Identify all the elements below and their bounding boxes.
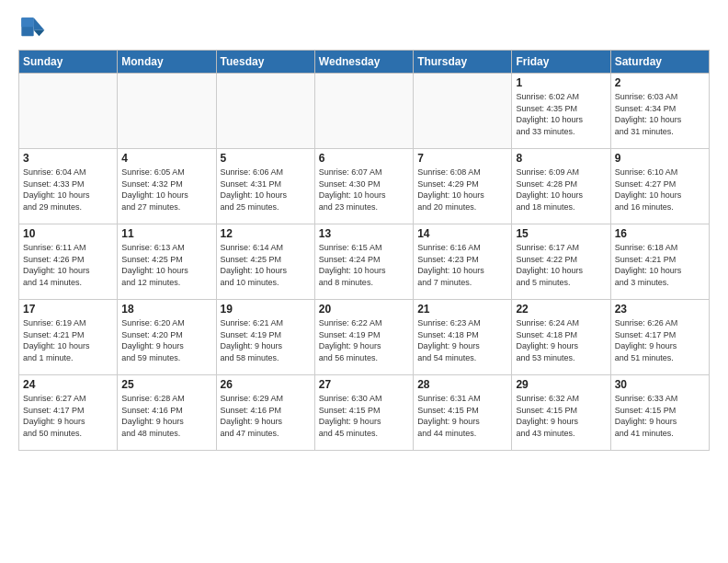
calendar-cell bbox=[414, 74, 512, 149]
day-number: 19 bbox=[221, 303, 311, 316]
day-number: 23 bbox=[615, 303, 705, 316]
calendar-header: SundayMondayTuesdayWednesdayThursdayFrid… bbox=[19, 51, 710, 74]
calendar-week-5: 24Sunrise: 6:27 AM Sunset: 4:17 PM Dayli… bbox=[19, 375, 710, 451]
day-info: Sunrise: 6:04 AM Sunset: 4:33 PM Dayligh… bbox=[23, 167, 113, 213]
day-info: Sunrise: 6:03 AM Sunset: 4:34 PM Dayligh… bbox=[615, 91, 705, 137]
calendar-cell: 1Sunrise: 6:02 AM Sunset: 4:35 PM Daylig… bbox=[512, 74, 610, 149]
day-info: Sunrise: 6:19 AM Sunset: 4:21 PM Dayligh… bbox=[23, 317, 113, 363]
day-info: Sunrise: 6:21 AM Sunset: 4:19 PM Dayligh… bbox=[221, 317, 311, 363]
calendar-cell: 5Sunrise: 6:06 AM Sunset: 4:31 PM Daylig… bbox=[216, 149, 314, 224]
calendar-week-1: 1Sunrise: 6:02 AM Sunset: 4:35 PM Daylig… bbox=[19, 74, 710, 149]
day-info: Sunrise: 6:11 AM Sunset: 4:26 PM Dayligh… bbox=[23, 242, 113, 288]
day-info: Sunrise: 6:14 AM Sunset: 4:25 PM Dayligh… bbox=[221, 242, 311, 288]
day-number: 15 bbox=[516, 227, 606, 240]
day-number: 27 bbox=[319, 378, 409, 391]
day-number: 8 bbox=[516, 152, 606, 165]
day-info: Sunrise: 6:02 AM Sunset: 4:35 PM Dayligh… bbox=[516, 91, 606, 137]
page: SundayMondayTuesdayWednesdayThursdayFrid… bbox=[0, 0, 728, 563]
calendar-week-4: 17Sunrise: 6:19 AM Sunset: 4:21 PM Dayli… bbox=[19, 300, 710, 375]
day-number: 4 bbox=[121, 152, 211, 165]
calendar-cell: 3Sunrise: 6:04 AM Sunset: 4:33 PM Daylig… bbox=[19, 149, 118, 224]
day-info: Sunrise: 6:33 AM Sunset: 4:15 PM Dayligh… bbox=[615, 393, 705, 439]
calendar-cell: 24Sunrise: 6:27 AM Sunset: 4:17 PM Dayli… bbox=[19, 375, 118, 451]
calendar-cell: 17Sunrise: 6:19 AM Sunset: 4:21 PM Dayli… bbox=[19, 300, 118, 375]
day-number: 25 bbox=[121, 378, 211, 391]
calendar-cell: 7Sunrise: 6:08 AM Sunset: 4:29 PM Daylig… bbox=[414, 149, 512, 224]
day-number: 13 bbox=[319, 227, 409, 240]
calendar-cell: 22Sunrise: 6:24 AM Sunset: 4:18 PM Dayli… bbox=[512, 300, 610, 375]
calendar-cell bbox=[118, 74, 216, 149]
day-info: Sunrise: 6:28 AM Sunset: 4:16 PM Dayligh… bbox=[121, 393, 211, 439]
day-info: Sunrise: 6:18 AM Sunset: 4:21 PM Dayligh… bbox=[615, 242, 705, 288]
header bbox=[18, 15, 710, 42]
day-info: Sunrise: 6:17 AM Sunset: 4:22 PM Dayligh… bbox=[516, 242, 606, 288]
weekday-header-row: SundayMondayTuesdayWednesdayThursdayFrid… bbox=[19, 51, 710, 74]
day-info: Sunrise: 6:05 AM Sunset: 4:32 PM Dayligh… bbox=[121, 167, 211, 213]
day-number: 9 bbox=[615, 152, 705, 165]
calendar-cell: 12Sunrise: 6:14 AM Sunset: 4:25 PM Dayli… bbox=[216, 224, 314, 300]
calendar-cell: 21Sunrise: 6:23 AM Sunset: 4:18 PM Dayli… bbox=[414, 300, 512, 375]
weekday-header-sunday: Sunday bbox=[19, 51, 118, 74]
calendar-cell: 9Sunrise: 6:10 AM Sunset: 4:27 PM Daylig… bbox=[610, 149, 709, 224]
calendar-cell: 28Sunrise: 6:31 AM Sunset: 4:15 PM Dayli… bbox=[414, 375, 512, 451]
day-number: 29 bbox=[516, 378, 606, 391]
calendar-cell: 30Sunrise: 6:33 AM Sunset: 4:15 PM Dayli… bbox=[610, 375, 709, 451]
logo bbox=[18, 15, 50, 42]
calendar-cell: 8Sunrise: 6:09 AM Sunset: 4:28 PM Daylig… bbox=[512, 149, 610, 224]
day-info: Sunrise: 6:10 AM Sunset: 4:27 PM Dayligh… bbox=[615, 167, 705, 213]
day-number: 5 bbox=[221, 152, 311, 165]
day-number: 24 bbox=[23, 378, 113, 391]
calendar-cell: 26Sunrise: 6:29 AM Sunset: 4:16 PM Dayli… bbox=[216, 375, 314, 451]
logo-icon bbox=[18, 15, 46, 42]
day-number: 2 bbox=[615, 76, 705, 89]
day-number: 3 bbox=[23, 152, 113, 165]
weekday-header-thursday: Thursday bbox=[414, 51, 512, 74]
calendar-cell: 13Sunrise: 6:15 AM Sunset: 4:24 PM Dayli… bbox=[314, 224, 413, 300]
day-info: Sunrise: 6:06 AM Sunset: 4:31 PM Dayligh… bbox=[221, 167, 311, 213]
weekday-header-friday: Friday bbox=[512, 51, 610, 74]
calendar-cell: 14Sunrise: 6:16 AM Sunset: 4:23 PM Dayli… bbox=[414, 224, 512, 300]
day-number: 1 bbox=[516, 76, 606, 89]
svg-marker-0 bbox=[34, 17, 45, 29]
calendar-cell: 15Sunrise: 6:17 AM Sunset: 4:22 PM Dayli… bbox=[512, 224, 610, 300]
day-info: Sunrise: 6:08 AM Sunset: 4:29 PM Dayligh… bbox=[417, 167, 507, 213]
weekday-header-monday: Monday bbox=[118, 51, 216, 74]
calendar-cell: 10Sunrise: 6:11 AM Sunset: 4:26 PM Dayli… bbox=[19, 224, 118, 300]
calendar-cell: 6Sunrise: 6:07 AM Sunset: 4:30 PM Daylig… bbox=[314, 149, 413, 224]
calendar-cell: 20Sunrise: 6:22 AM Sunset: 4:19 PM Dayli… bbox=[314, 300, 413, 375]
day-number: 16 bbox=[615, 227, 705, 240]
calendar-week-2: 3Sunrise: 6:04 AM Sunset: 4:33 PM Daylig… bbox=[19, 149, 710, 224]
day-info: Sunrise: 6:31 AM Sunset: 4:15 PM Dayligh… bbox=[417, 393, 507, 439]
day-number: 7 bbox=[417, 152, 507, 165]
calendar-cell: 2Sunrise: 6:03 AM Sunset: 4:34 PM Daylig… bbox=[610, 74, 709, 149]
calendar-cell bbox=[19, 74, 118, 149]
day-number: 14 bbox=[417, 227, 507, 240]
day-info: Sunrise: 6:32 AM Sunset: 4:15 PM Dayligh… bbox=[516, 393, 606, 439]
day-info: Sunrise: 6:24 AM Sunset: 4:18 PM Dayligh… bbox=[516, 317, 606, 363]
day-info: Sunrise: 6:07 AM Sunset: 4:30 PM Dayligh… bbox=[319, 167, 409, 213]
day-info: Sunrise: 6:27 AM Sunset: 4:17 PM Dayligh… bbox=[23, 393, 113, 439]
day-info: Sunrise: 6:22 AM Sunset: 4:19 PM Dayligh… bbox=[319, 317, 409, 363]
calendar-cell bbox=[216, 74, 314, 149]
svg-rect-3 bbox=[21, 17, 33, 27]
day-info: Sunrise: 6:26 AM Sunset: 4:17 PM Dayligh… bbox=[615, 317, 705, 363]
calendar-cell: 16Sunrise: 6:18 AM Sunset: 4:21 PM Dayli… bbox=[610, 224, 709, 300]
weekday-header-wednesday: Wednesday bbox=[314, 51, 413, 74]
day-info: Sunrise: 6:15 AM Sunset: 4:24 PM Dayligh… bbox=[319, 242, 409, 288]
weekday-header-tuesday: Tuesday bbox=[216, 51, 314, 74]
calendar-cell: 4Sunrise: 6:05 AM Sunset: 4:32 PM Daylig… bbox=[118, 149, 216, 224]
calendar-cell: 25Sunrise: 6:28 AM Sunset: 4:16 PM Dayli… bbox=[118, 375, 216, 451]
calendar-week-3: 10Sunrise: 6:11 AM Sunset: 4:26 PM Dayli… bbox=[19, 224, 710, 300]
day-info: Sunrise: 6:13 AM Sunset: 4:25 PM Dayligh… bbox=[121, 242, 211, 288]
day-number: 30 bbox=[615, 378, 705, 391]
calendar-table: SundayMondayTuesdayWednesdayThursdayFrid… bbox=[18, 50, 710, 451]
day-info: Sunrise: 6:30 AM Sunset: 4:15 PM Dayligh… bbox=[319, 393, 409, 439]
day-info: Sunrise: 6:09 AM Sunset: 4:28 PM Dayligh… bbox=[516, 167, 606, 213]
weekday-header-saturday: Saturday bbox=[610, 51, 709, 74]
calendar-cell: 11Sunrise: 6:13 AM Sunset: 4:25 PM Dayli… bbox=[118, 224, 216, 300]
day-info: Sunrise: 6:29 AM Sunset: 4:16 PM Dayligh… bbox=[221, 393, 311, 439]
calendar-cell: 19Sunrise: 6:21 AM Sunset: 4:19 PM Dayli… bbox=[216, 300, 314, 375]
day-info: Sunrise: 6:20 AM Sunset: 4:20 PM Dayligh… bbox=[121, 317, 211, 363]
day-number: 28 bbox=[417, 378, 507, 391]
day-number: 12 bbox=[221, 227, 311, 240]
